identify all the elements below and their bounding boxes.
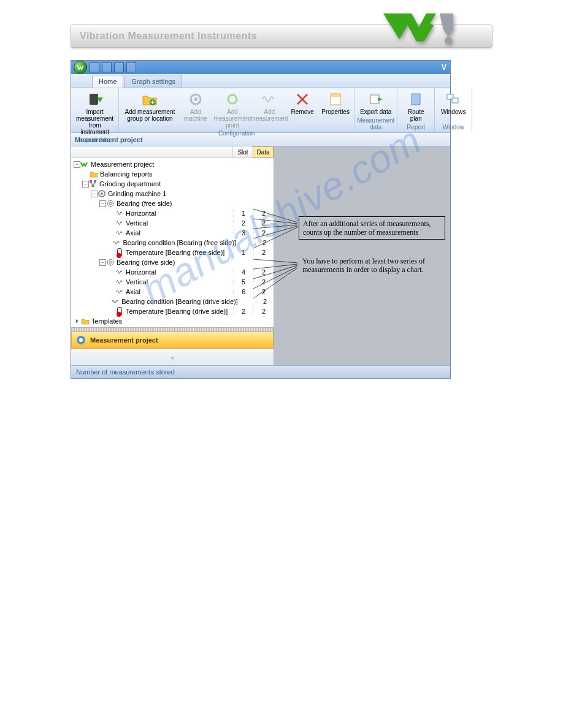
- collapse-icon[interactable]: −: [74, 161, 80, 168]
- vib-icon: [115, 278, 124, 286]
- svg-point-21: [110, 200, 111, 202]
- route-icon: [407, 91, 424, 108]
- import-measurement-button[interactable]: Import measurement from instrument: [74, 89, 116, 137]
- tree-machine[interactable]: − Grinding machine 1: [71, 189, 274, 199]
- qat-save-icon[interactable]: [114, 63, 124, 72]
- dept-icon: [89, 180, 98, 188]
- slot-cell: 2: [233, 308, 253, 315]
- tree-free-item-0[interactable]: Horizontal 1 2: [71, 208, 274, 218]
- svg-point-28: [110, 265, 111, 266]
- tree-root[interactable]: − Measurement project: [71, 159, 274, 169]
- add-point-button[interactable]: Add measurement point: [213, 89, 252, 130]
- svg-point-27: [110, 259, 111, 260]
- node-label: Grinding department: [99, 180, 233, 188]
- route-plan-button[interactable]: Route plan: [400, 89, 432, 123]
- app-orb-icon[interactable]: [74, 61, 87, 74]
- tree-drive-item-3[interactable]: Bearing condition [Bearing (drive side)]…: [71, 297, 274, 306]
- svg-marker-10: [378, 97, 383, 101]
- therm-icon: [115, 248, 124, 257]
- ribbon-tabs: Home Graph settings: [71, 74, 450, 88]
- node-label: Temperature [Bearing (free side)]: [126, 249, 233, 256]
- vib-icon: [115, 268, 124, 276]
- project-bar[interactable]: Measurement project: [71, 332, 274, 349]
- tree-drive-item-2[interactable]: Axial 6 2: [71, 287, 274, 297]
- tab-home[interactable]: Home: [92, 75, 123, 88]
- tree-balancing[interactable]: Balancing reports: [71, 169, 274, 179]
- folder-icon: [90, 170, 98, 178]
- data-cell: 2: [253, 268, 274, 276]
- svg-point-22: [110, 206, 111, 207]
- tree-free-item-3[interactable]: Bearing condition [Bearing (free side)] …: [71, 238, 274, 248]
- remove-button[interactable]: Remove: [286, 89, 318, 116]
- properties-button[interactable]: Properties: [320, 89, 351, 116]
- node-label: Axial: [126, 288, 233, 295]
- tree-drive-item-4[interactable]: Temperature [Bearing (drive side)] 2 2: [71, 306, 274, 316]
- add-machine-button[interactable]: Add machine: [180, 89, 212, 123]
- tree-free-item-4[interactable]: Temperature [Bearing (free side)] 1 2: [71, 248, 274, 257]
- project-tree[interactable]: − Measurement project Balancing reports …: [71, 158, 274, 327]
- svg-rect-1: [90, 94, 98, 105]
- svg-rect-16: [92, 184, 94, 187]
- collapse-icon[interactable]: −: [82, 181, 89, 188]
- tree-department[interactable]: − Grinding department: [71, 179, 274, 189]
- document-header: Vibration Measurement Instruments: [71, 25, 492, 48]
- tree-drive-item-1[interactable]: Vertical 5 2: [71, 277, 274, 287]
- ribbon-group-configuration: Add measurement group or location Add ma…: [119, 88, 354, 132]
- workspace: Slot Data − Measurement project Balancin…: [71, 146, 450, 365]
- add-measurement-button[interactable]: Add measurement: [253, 89, 285, 123]
- svg-point-0: [445, 37, 452, 44]
- window-title: V: [442, 63, 450, 72]
- bearing-icon: [106, 258, 115, 267]
- node-label: Vertical: [126, 278, 233, 286]
- expand-icon[interactable]: [74, 317, 81, 325]
- collapse-icon[interactable]: −: [99, 259, 106, 266]
- vib-icon: [115, 229, 124, 237]
- svg-point-24: [113, 203, 114, 204]
- svg-point-26: [109, 261, 112, 264]
- slot-cell: 2: [233, 219, 253, 227]
- col-slot[interactable]: Slot: [232, 146, 253, 157]
- node-label: Measurement project: [91, 161, 233, 168]
- remove-icon: [294, 91, 311, 108]
- col-data[interactable]: Data: [253, 146, 274, 157]
- splitter[interactable]: [71, 327, 274, 332]
- tab-graph-settings[interactable]: Graph settings: [124, 75, 182, 88]
- tree-drive-item-0[interactable]: Horizontal 4 2: [71, 267, 274, 277]
- statusbar: Number of measurements stored: [71, 365, 450, 378]
- ribbon-group-report: Route plan Report: [397, 88, 435, 132]
- node-label: Vertical: [126, 219, 233, 227]
- tree-free-item-1[interactable]: Vertical 2 2: [71, 218, 274, 228]
- data-cell: 2: [253, 219, 274, 227]
- tree-bearing-free[interactable]: − Bearing (free side): [71, 199, 274, 208]
- svg-point-20: [109, 202, 112, 205]
- export-data-button[interactable]: Export data: [358, 89, 394, 116]
- svg-rect-14: [90, 180, 92, 183]
- svg-point-30: [113, 262, 114, 263]
- qat-open-icon[interactable]: [102, 63, 112, 72]
- windows-icon: [445, 91, 462, 108]
- svg-rect-13: [452, 98, 458, 103]
- qat-print-icon[interactable]: [126, 63, 136, 72]
- add-group-button[interactable]: Add measurement group or location: [121, 89, 178, 123]
- vib-icon: [115, 209, 124, 218]
- tree-bearing-drive[interactable]: − Bearing (drive side): [71, 257, 274, 267]
- collapse-bar[interactable]: »: [71, 349, 274, 365]
- node-label: Horizontal: [126, 268, 233, 276]
- machine-icon: [98, 189, 106, 198]
- annotation-text: You have to perform at least two series …: [302, 257, 434, 274]
- node-label: Grinding machine 1: [108, 190, 233, 197]
- slot-cell: 3: [233, 229, 253, 237]
- tree-free-item-2[interactable]: Axial 3 2: [71, 228, 274, 238]
- point-add-icon: [224, 91, 241, 108]
- collapse-icon[interactable]: −: [99, 200, 106, 207]
- collapse-icon[interactable]: −: [91, 191, 98, 197]
- project-bar-icon: [75, 335, 86, 346]
- svg-point-18: [101, 192, 103, 195]
- slot-cell: 6: [233, 288, 253, 295]
- node-label: Temperature [Bearing (drive side)]: [126, 308, 233, 315]
- qat-new-icon[interactable]: [90, 63, 99, 72]
- application-window: V Home Graph settings Import measurement…: [71, 60, 451, 379]
- node-label: Bearing (drive side): [117, 259, 233, 266]
- tree-templates[interactable]: Templates: [71, 316, 274, 326]
- windows-button[interactable]: Windows: [437, 89, 469, 116]
